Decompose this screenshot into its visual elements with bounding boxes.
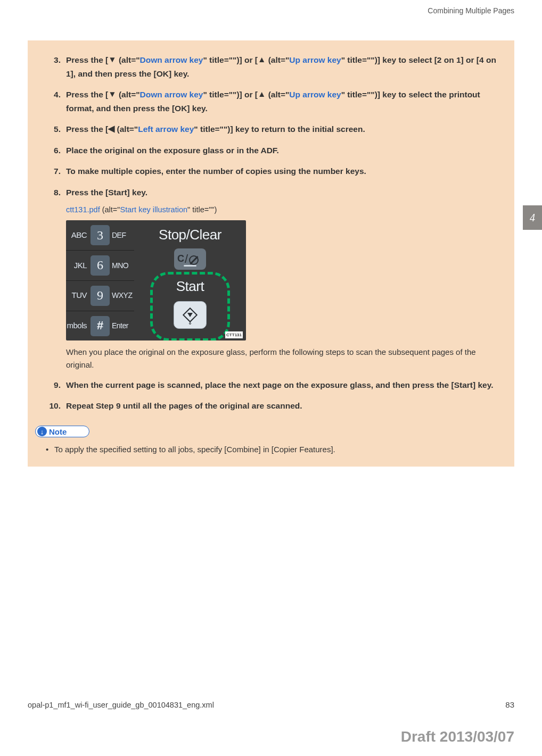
key-3: 3 (91, 225, 110, 245)
note-heading: ↓ Note (35, 426, 89, 437)
c-label: C (177, 251, 184, 267)
step-8: Press the [Start] key. ctt131.pdf (alt="… (40, 186, 502, 371)
left-arrow-alt: Left arrow key (138, 124, 194, 134)
key-label: TUV (66, 289, 88, 302)
key-label: mbols (66, 319, 88, 333)
text: Press the [Start] key. (66, 188, 147, 197)
start-key-group: Start (150, 275, 230, 338)
step-5: Press the [◀ (alt="Left arrow key" title… (40, 122, 502, 136)
key-9: 9 (91, 286, 110, 306)
page-number: 83 (505, 700, 514, 709)
down-triangle-icon: ▼ (108, 53, 116, 67)
up-triangle-icon: ▲ (258, 87, 266, 101)
key-hash: # (91, 316, 110, 336)
right-panel: Stop/Clear C/ Start (134, 220, 246, 340)
step-9: When the current page is scanned, place … (40, 378, 502, 392)
pdf-link[interactable]: ctt131.pdf (66, 205, 100, 214)
keypad-row: TUV 9 WXYZ (66, 281, 134, 311)
step-list: Press the [▼ (alt="Down arrow key" title… (40, 53, 502, 413)
key-label: DEF (112, 229, 126, 242)
figure-id: CTT131 (225, 331, 243, 338)
key-label: Enter (112, 320, 128, 332)
note-list: To apply the specified setting to all jo… (46, 444, 502, 456)
step-6: Place the original on the exposure glass… (40, 144, 502, 157)
start-key-illustration: ABC 3 DEF JKL 6 MNO TUV 9 WXYZ (66, 220, 246, 340)
down-triangle-icon: ▼ (108, 87, 116, 101)
step-7: To make multiple copies, enter the numbe… (40, 164, 502, 178)
text: " title="") (187, 205, 217, 214)
text: Place the original on the exposure glass… (66, 146, 279, 155)
text: When the current page is scanned, place … (66, 380, 493, 389)
content-block: 4 Press the [▼ (alt="Down arrow key" tit… (28, 40, 514, 467)
text: Press the [ (66, 90, 108, 99)
source-file: opal-p1_mf1_wi-fi_user_guide_gb_00104831… (28, 701, 214, 709)
footer: opal-p1_mf1_wi-fi_user_guide_gb_00104831… (0, 700, 542, 709)
running-header: Combining Multiple Pages (0, 0, 542, 15)
step-8-note: When you place the original on the expos… (66, 346, 502, 371)
keypad-row: ABC 3 DEF (66, 220, 134, 251)
chapter-tab: 4 (523, 205, 542, 230)
step-3: Press the [▼ (alt="Down arrow key" title… (40, 53, 502, 80)
text: " title="")] or [ (203, 55, 258, 64)
start-diamond-icon (183, 308, 198, 322)
text: Press the [ (66, 124, 108, 134)
draft-stamp: Draft 2013/03/07 (401, 728, 514, 745)
text: (alt=" (117, 55, 140, 64)
key-6: 6 (91, 255, 110, 276)
text: (alt=" (117, 90, 140, 99)
note-item: To apply the specified setting to all jo… (46, 444, 502, 456)
down-arrow-alt: Down arrow key (140, 55, 203, 64)
keypad-column: ABC 3 DEF JKL 6 MNO TUV 9 WXYZ (66, 220, 134, 340)
keypad-row: mbols # Enter (66, 311, 134, 341)
note-label: Note (49, 427, 67, 436)
up-triangle-icon: ▲ (258, 53, 266, 67)
stop-clear-label: Stop/Clear (159, 223, 221, 246)
text: To make multiple copies, enter the numbe… (66, 167, 366, 176)
text: " title="")] key to return to the initia… (194, 124, 365, 134)
step-10: Repeat Step 9 until all the pages of the… (40, 399, 502, 413)
note-arrow-icon: ↓ (37, 427, 47, 436)
cancel-circle-icon (189, 255, 199, 265)
key-label: MNO (112, 260, 128, 272)
text: " title="")] or [ (203, 90, 258, 99)
stop-clear-button: C/ (174, 248, 206, 270)
left-triangle-icon: ◀ (108, 122, 114, 136)
text: Repeat Step 9 until all the pages of the… (66, 401, 302, 410)
up-arrow-alt: Up arrow key (289, 55, 341, 64)
step-4: Press the [▼ (alt="Down arrow key" title… (40, 88, 502, 115)
text: (alt=" (114, 124, 138, 134)
text: (alt=" (100, 205, 120, 214)
down-arrow-alt: Down arrow key (140, 90, 203, 99)
start-label: Start (176, 275, 204, 298)
start-button (174, 301, 207, 329)
text: Press the [ (66, 55, 108, 64)
start-illus-alt: Start key illustration (120, 205, 187, 214)
key-label: JKL (66, 259, 88, 272)
key-label: ABC (66, 229, 88, 242)
up-arrow-alt: Up arrow key (289, 90, 341, 99)
text: (alt=" (266, 55, 289, 64)
keypad-row: JKL 6 MNO (66, 251, 134, 281)
text: (alt=" (266, 90, 289, 99)
slash-icon: / (185, 250, 188, 269)
key-label: WXYZ (112, 289, 132, 302)
